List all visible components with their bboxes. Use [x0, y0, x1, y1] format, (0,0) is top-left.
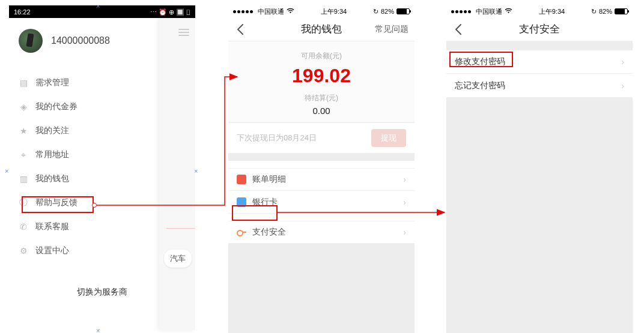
empty-area [228, 244, 415, 333]
nav-bar: 我的钱包 常见问题 [228, 17, 415, 41]
pending-label: 待结算(元) [228, 93, 415, 103]
menu-label: 常用地址 [35, 149, 69, 160]
refresh-icon: ↻ [373, 8, 378, 16]
page-title: 支付安全 [519, 22, 560, 36]
status-bar-ios: 中国联通 上午9:34 ↻ 82% [446, 5, 633, 17]
list-item-bankcard[interactable]: 银行卡 › [228, 191, 415, 214]
section-gap [446, 41, 633, 50]
chevron-right-icon: › [403, 175, 406, 184]
card-icon [237, 197, 246, 207]
list-item-label: 支付安全 [252, 227, 286, 238]
menu-label: 我的代金券 [35, 101, 77, 112]
back-button[interactable] [233, 22, 248, 37]
list-item-change-password[interactable]: 修改支付密码 › [446, 50, 633, 74]
pin-icon: ⌖ [19, 150, 28, 160]
security-list: 修改支付密码 › 忘记支付密码 › [446, 50, 633, 98]
status-time: 上午9:34 [321, 7, 347, 16]
page-title: 我的钱包 [301, 22, 342, 36]
battery-icon [615, 8, 628, 14]
back-button[interactable] [451, 22, 466, 37]
ticket-icon: ◈ [19, 102, 28, 112]
wifi-icon [287, 8, 294, 15]
list-icon: ▤ [19, 78, 28, 88]
withdraw-button[interactable]: 提现 [371, 129, 406, 147]
menu-label: 设置中心 [35, 245, 69, 256]
screen-payment-security: 中国联通 上午9:34 ↻ 82% 支付安全 修改支付密码 › 忘记支付密码 › [446, 5, 633, 333]
wifi-icon [505, 8, 512, 15]
refresh-icon: ↻ [591, 8, 597, 16]
menu-label: 我的关注 [35, 125, 69, 136]
balance-amount: 199.02 [228, 65, 415, 87]
wallet-icon: ▥ [19, 174, 28, 184]
chevron-right-icon: › [621, 81, 624, 91]
list-item-label: 修改支付密码 [455, 56, 505, 67]
list-item-label: 账单明细 [252, 174, 286, 185]
menu-label: 帮助与反馈 [35, 197, 77, 208]
battery-icon [396, 8, 410, 14]
status-indicators: ⋯ ⏰ ⊕ 🔲 ⌷ [150, 8, 190, 16]
battery-pct: 82% [599, 8, 612, 15]
section-gap [228, 154, 415, 161]
list-item-label: 忘记支付密码 [455, 80, 505, 91]
menu-label: 我的钱包 [35, 173, 69, 184]
list-item-forgot-password[interactable]: 忘记支付密码 › [446, 74, 633, 98]
signal-icon [451, 10, 471, 13]
status-bar-ios: 中国联通 上午9:34 ↻ 82% [228, 5, 415, 17]
screen-drawer-menu: 16:22 ⋯ ⏰ ⊕ 🔲 ⌷ 汽车 14000000088 ▤需求管理 ◈我的… [9, 5, 195, 333]
balance-label: 可用余额(元) [228, 51, 415, 61]
menu-label: 联系客服 [35, 221, 69, 232]
screen-wallet: 中国联通 上午9:34 ↻ 82% 我的钱包 常见问题 可用余额(元) 199.… [228, 5, 415, 333]
list-item-label: 银行卡 [252, 197, 278, 208]
status-bar-android: 16:22 ⋯ ⏰ ⊕ 🔲 ⌷ [9, 6, 195, 18]
category-chip[interactable]: 汽车 [164, 250, 192, 268]
hamburger-icon[interactable] [178, 29, 189, 38]
carrier-label: 中国联通 [476, 7, 502, 16]
empty-area [446, 98, 633, 333]
bill-icon [237, 175, 246, 184]
gear-icon: ⚙ [19, 246, 28, 256]
list-item-security[interactable]: 支付安全 › [228, 221, 415, 244]
status-time: 16:22 [14, 8, 31, 16]
pending-amount: 0.00 [228, 106, 415, 116]
withdraw-row: 下次提现日为08月24日 提现 [228, 122, 415, 154]
battery-pct: 82% [381, 8, 394, 15]
key-icon [237, 227, 246, 237]
signal-icon [233, 10, 253, 13]
chevron-right-icon: › [403, 227, 406, 237]
offcanvas-main-sliver: 汽车 [159, 18, 195, 330]
crop-mark: × [5, 167, 8, 175]
chevron-right-icon: › [621, 57, 624, 67]
chevron-right-icon: › [403, 197, 406, 207]
divider [166, 228, 195, 229]
carrier-label: 中国联通 [258, 7, 284, 16]
highlight-connector-dot [92, 203, 97, 208]
avatar[interactable] [19, 29, 43, 53]
user-phone-number: 14000000088 [51, 35, 110, 46]
star-icon: ★ [19, 126, 28, 136]
help-icon: ⓘ [19, 198, 28, 208]
next-withdraw-note: 下次提现日为08月24日 [237, 133, 317, 143]
faq-link[interactable]: 常见问题 [375, 24, 409, 35]
status-time: 上午9:34 [539, 7, 565, 16]
balance-card: 可用余额(元) 199.02 待结算(元) 0.00 [228, 41, 415, 122]
wallet-list: 账单明细 › 银行卡 › 支付安全 › [228, 168, 415, 244]
menu-label: 需求管理 [35, 77, 69, 88]
nav-bar: 支付安全 [446, 17, 633, 41]
phone-icon: ✆ [19, 222, 28, 232]
list-item-bill[interactable]: 账单明细 › [228, 168, 415, 191]
